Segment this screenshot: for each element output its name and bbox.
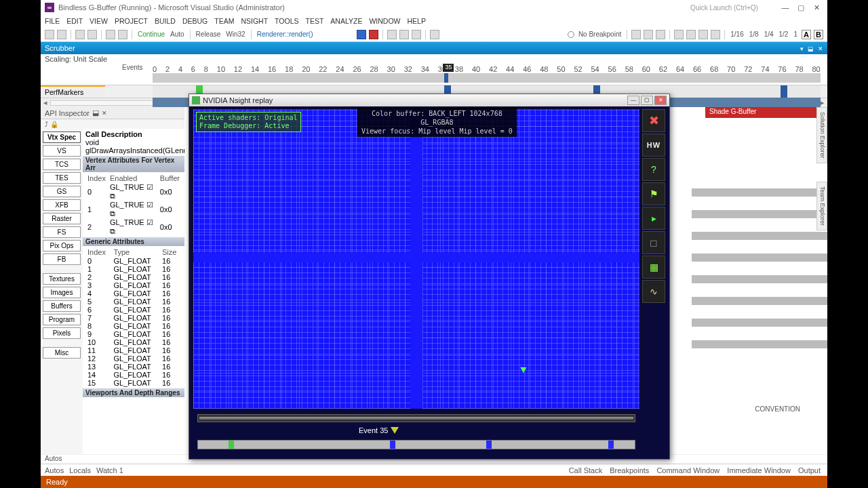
- menu-test[interactable]: TEST: [306, 17, 324, 25]
- nsight-replay-window[interactable]: NVIDIA Nsight replay — ▢ ✕ 📌 Active shad…: [189, 94, 670, 460]
- stage-images[interactable]: Images: [43, 287, 81, 298]
- frac-1-8[interactable]: 1/8: [748, 30, 760, 38]
- menu-tools[interactable]: TOOLS: [275, 17, 298, 25]
- stage-xfb[interactable]: XFB: [43, 199, 81, 211]
- api-inspector-tab[interactable]: API Inspector ⬓ ✕: [41, 107, 184, 119]
- nsight-titlebar[interactable]: NVIDIA Nsight replay — ▢ ✕: [189, 94, 669, 106]
- undo-button[interactable]: [106, 30, 115, 39]
- close-button[interactable]: ✕: [810, 3, 823, 12]
- save-all-button[interactable]: [87, 30, 97, 39]
- pause-button[interactable]: [357, 30, 366, 39]
- tab-callstack[interactable]: Call Stack: [569, 466, 603, 474]
- step-button[interactable]: [387, 30, 397, 39]
- nsight-min-button[interactable]: —: [627, 96, 639, 105]
- menu-project[interactable]: PROJECT: [115, 17, 148, 25]
- no-breakpoint-label[interactable]: No Breakpoint: [577, 30, 623, 38]
- tool-b[interactable]: [644, 30, 653, 39]
- nav-next[interactable]: [686, 30, 696, 39]
- stage-gs[interactable]: GS: [43, 186, 81, 197]
- stage-tes[interactable]: TES: [43, 172, 81, 184]
- toggle-button[interactable]: [430, 30, 439, 39]
- stage-textures[interactable]: Textures: [43, 273, 81, 285]
- stage-tcs[interactable]: TCS: [43, 159, 81, 170]
- nsight-event-track[interactable]: [197, 440, 635, 449]
- nsight-flag-tool[interactable]: ⚑: [642, 182, 665, 205]
- nsight-hw-tool[interactable]: HW: [642, 134, 665, 157]
- frac-1-4[interactable]: 1/4: [763, 30, 775, 38]
- team-explorer-tab[interactable]: Team Explorer: [816, 182, 827, 230]
- nsight-close-button[interactable]: ✕: [654, 96, 667, 105]
- close-panel-icon[interactable]: ✕: [818, 45, 823, 52]
- nsight-viewport[interactable]: [193, 109, 639, 409]
- step-over-button[interactable]: [399, 30, 409, 39]
- tool-a[interactable]: [631, 30, 641, 39]
- minimize-button[interactable]: —: [778, 3, 792, 12]
- scaling-mode[interactable]: Unit Scale: [73, 55, 107, 63]
- menu-file[interactable]: FILE: [45, 17, 60, 25]
- continue-button[interactable]: Continue: [136, 30, 166, 38]
- nav-back-button[interactable]: [45, 30, 54, 39]
- menu-nsight[interactable]: NSIGHT: [241, 17, 268, 25]
- frac-1[interactable]: 1: [792, 30, 799, 38]
- nsight-time-slider[interactable]: [197, 414, 635, 422]
- stage-fs[interactable]: FS: [43, 226, 81, 238]
- current-event-marker[interactable]: 35: [443, 64, 454, 72]
- menu-analyze[interactable]: ANALYZE: [330, 17, 362, 25]
- dropdown-icon[interactable]: ▾: [800, 45, 804, 52]
- frac-1-16[interactable]: 1/16: [729, 30, 745, 38]
- save-button[interactable]: [75, 30, 85, 39]
- stage-misc[interactable]: Misc: [43, 347, 81, 359]
- menu-window[interactable]: WINDOW: [369, 17, 400, 25]
- maximize-button[interactable]: ▢: [794, 3, 808, 12]
- close-icon[interactable]: ✕: [102, 110, 107, 117]
- menu-edit[interactable]: EDIT: [66, 17, 83, 25]
- quick-launch[interactable]: Quick Launch (Ctrl+Q): [690, 4, 758, 12]
- tab-output[interactable]: Output: [798, 466, 821, 474]
- renderer-combo[interactable]: Renderer::render(): [256, 30, 315, 38]
- menu-build[interactable]: BUILD: [155, 17, 176, 25]
- pin-icon[interactable]: ⬓: [808, 45, 814, 52]
- nsight-box-tool[interactable]: ◻: [642, 231, 665, 254]
- tab-command[interactable]: Command Window: [656, 466, 719, 474]
- stage-raster[interactable]: Raster: [43, 213, 81, 224]
- stop-button[interactable]: [369, 30, 378, 39]
- stage-vs[interactable]: VS: [43, 145, 81, 157]
- config-platform[interactable]: Win32: [224, 30, 246, 38]
- mode-a-button[interactable]: A: [802, 30, 811, 39]
- frac-1-2[interactable]: 1/2: [778, 30, 790, 38]
- nav-prev[interactable]: [674, 30, 684, 39]
- menu-debug[interactable]: DEBUG: [182, 17, 208, 25]
- nsight-max-button[interactable]: ▢: [641, 96, 653, 105]
- stage-pixops[interactable]: Pix Ops: [43, 240, 81, 251]
- redo-button[interactable]: [118, 30, 127, 39]
- stage-buffers[interactable]: Buffers: [43, 300, 81, 312]
- menu-team[interactable]: TEAM: [214, 17, 234, 25]
- step-out-button[interactable]: [412, 30, 421, 39]
- tab-locals[interactable]: Locals: [69, 466, 91, 474]
- tab-autos[interactable]: Autos: [45, 466, 64, 474]
- events-ruler[interactable]: Events 024681012141618202224262830323436…: [41, 64, 827, 85]
- config-auto[interactable]: Auto: [169, 30, 186, 38]
- stage-program[interactable]: Program: [43, 314, 81, 325]
- nsight-help-tool[interactable]: ?: [642, 158, 665, 181]
- stage-vtx-spec[interactable]: Vtx Spec: [43, 131, 81, 143]
- nsight-heat-tool[interactable]: ▦: [642, 256, 665, 279]
- nsight-close-tool[interactable]: ✖: [642, 109, 665, 132]
- nsight-play-tool[interactable]: ▸: [642, 207, 665, 230]
- pin-icon[interactable]: ⬓: [92, 108, 99, 117]
- stage-pixels[interactable]: Pixels: [43, 327, 81, 339]
- tab-immediate[interactable]: Immediate Window: [727, 466, 791, 474]
- menu-view[interactable]: VIEW: [90, 17, 108, 25]
- nsight-curve-tool[interactable]: ∿: [642, 280, 665, 303]
- mode-b-button[interactable]: B: [814, 30, 823, 39]
- solution-explorer-tab[interactable]: Solution Explorer: [816, 107, 827, 163]
- tab-watch1[interactable]: Watch 1: [96, 466, 123, 474]
- tool-c[interactable]: [656, 30, 665, 39]
- nav-fwd-button[interactable]: [57, 30, 66, 39]
- stage-fb[interactable]: FB: [43, 253, 81, 265]
- tab-breakpoints[interactable]: Breakpoints: [610, 466, 649, 474]
- nav-first[interactable]: [698, 30, 708, 39]
- nav-last[interactable]: [711, 30, 720, 39]
- menu-help[interactable]: HELP: [408, 17, 426, 25]
- api-mini-toolbar[interactable]: ⤴ 🔒: [41, 119, 184, 129]
